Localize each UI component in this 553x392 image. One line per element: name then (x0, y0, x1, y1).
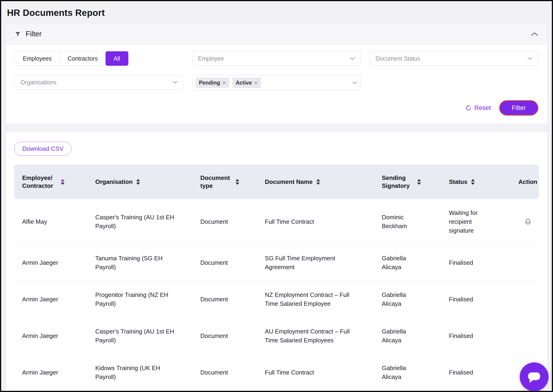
segment-contractors-button[interactable]: Contractors (59, 51, 106, 66)
organisations-placeholder: Organisations (21, 79, 56, 86)
tag-remove-icon[interactable]: × (254, 80, 258, 86)
cell-sending-signatory: Dominic Beckham (382, 213, 449, 231)
cell-document-name: NZ Employment Contract – Full Time Salar… (265, 290, 382, 308)
cell-employee: Alfie May (14, 217, 95, 226)
notification-bell-icon[interactable] (524, 218, 532, 225)
chevron-down-icon (172, 81, 178, 84)
cell-employee: Armin Jaeger (14, 331, 95, 340)
cell-status: Waiting for recipient signature (449, 208, 517, 235)
page: HR Documents Report Filter Employees Con… (1, 8, 552, 392)
page-title: HR Documents Report (7, 8, 547, 18)
employee-select-placeholder: Employee (198, 55, 224, 62)
status-tags-multiselect[interactable]: Pending × Active × (192, 75, 361, 91)
sort-icon[interactable] (316, 179, 320, 185)
table-row: Alfie May Casper's Training (AU 1st EH P… (14, 199, 539, 245)
column-header-document-name: Document Name (265, 178, 382, 186)
tag-active-label: Active (236, 80, 252, 86)
cell-employee: Armin Jaeger (14, 258, 95, 267)
cell-document-type: Document (200, 331, 265, 340)
document-status-select[interactable]: Document Status (370, 51, 538, 66)
tag-pending-label: Pending (199, 80, 220, 86)
cell-organisation: Kidows Training (UK EH Payroll) (95, 364, 200, 381)
cell-status: Finalised (449, 331, 517, 340)
cell-document-name: SG Full Time Employment Agreement (265, 254, 382, 272)
cell-document-type: Document (200, 258, 265, 267)
sort-icon[interactable] (235, 179, 239, 185)
cell-status: Finalised (449, 258, 517, 267)
cell-document-type: Document (200, 368, 265, 377)
column-header-action: Action (517, 178, 539, 186)
tag-pending[interactable]: Pending × (196, 78, 229, 88)
sort-icon[interactable] (417, 179, 421, 185)
cell-sending-signatory: Gabriella Alicaya (382, 327, 449, 345)
cell-employee: Armin Jaeger (14, 295, 95, 304)
reset-button[interactable]: Reset (465, 105, 491, 112)
cell-sending-signatory: Gabriella Alicaya (382, 364, 449, 381)
sort-icon[interactable] (136, 179, 140, 185)
segment-all-button[interactable]: All (105, 51, 128, 66)
table-row: Armin Jaeger Casper's Training (AU 1st E… (14, 318, 539, 354)
column-header-organisation: Organisation (95, 178, 200, 186)
worker-type-segmented-control: Employees Contractors All (15, 51, 183, 66)
cell-employee: Armin Jaeger (14, 368, 95, 377)
filter-funnel-icon (15, 31, 21, 37)
report-panel: Download CSV Employee/ Contractor Organi… (6, 132, 547, 392)
sort-icon[interactable] (61, 179, 64, 185)
filter-title: Filter (26, 30, 42, 38)
chevron-down-icon (350, 57, 355, 60)
cell-organisation: Casper's Training (AU 1st EH Payroll) (95, 213, 200, 231)
organisations-select[interactable]: Organisations (15, 75, 183, 90)
document-status-placeholder: Document Status (375, 55, 420, 62)
cell-document-type: Document (200, 295, 265, 304)
reset-icon (465, 105, 471, 111)
filter-body: Employees Contractors All Employee Docum… (6, 45, 547, 124)
cell-document-type: Document (200, 217, 265, 226)
cell-organisation: Casper's Training (AU 1st EH Payroll) (95, 327, 200, 345)
column-header-status: Status (449, 178, 517, 186)
documents-table: Employee/ Contractor Organisation Docume… (14, 165, 539, 391)
chevron-down-icon (527, 57, 532, 60)
cell-sending-signatory: Gabriella Alicaya (382, 290, 449, 308)
cell-document-name: Full Time Contract (265, 368, 382, 377)
column-header-document-type: Document type (200, 174, 265, 190)
filter-panel: Filter Employees Contractors All Employe… (6, 23, 547, 124)
cell-status: Finalised (449, 368, 517, 377)
sort-icon[interactable] (471, 179, 475, 185)
cell-status: Finalised (449, 295, 517, 304)
download-csv-button[interactable]: Download CSV (14, 142, 71, 156)
cell-document-name: Full Time Contract (265, 217, 382, 226)
chat-launcher-button[interactable] (520, 362, 549, 391)
chevron-down-icon (352, 81, 357, 84)
segment-employees-button[interactable]: Employees (15, 51, 60, 66)
employee-select[interactable]: Employee (192, 51, 361, 66)
collapse-chevron-icon[interactable] (531, 32, 538, 36)
column-header-employee-contractor: Employee/ Contractor (14, 174, 95, 190)
cell-organisation: Progenitor Training (NZ EH Payroll) (95, 290, 200, 308)
table-row: Armin Jaeger Kidows Training (UK EH Payr… (14, 354, 539, 391)
column-header-sending-signatory: Sending Signatory (382, 174, 449, 190)
filter-panel-header[interactable]: Filter (6, 23, 547, 45)
reset-label: Reset (474, 105, 491, 112)
filter-submit-button[interactable]: Filter (499, 100, 538, 116)
cell-document-name: AU Employment Contract – Full Time Salar… (265, 327, 382, 345)
cell-organisation: Tanuma Training (SG EH Payroll) (95, 254, 200, 272)
chat-bubble-icon (527, 369, 542, 384)
table-row: Armin Jaeger Tanuma Training (SG EH Payr… (14, 245, 539, 281)
table-row: Armin Jaeger Progenitor Training (NZ EH … (14, 281, 539, 318)
tag-remove-icon[interactable]: × (222, 80, 226, 86)
tag-active[interactable]: Active × (233, 78, 261, 88)
cell-sending-signatory: Gabriella Alicaya (382, 254, 449, 272)
table-header-row: Employee/ Contractor Organisation Docume… (14, 165, 539, 199)
